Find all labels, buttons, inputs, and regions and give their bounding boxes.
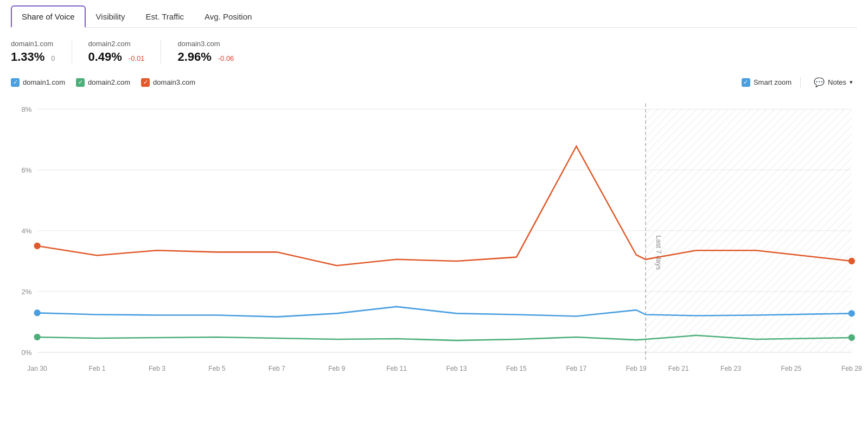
stat-domain1-label: domain1.com [11, 40, 55, 48]
x-label-feb1: Feb 1 [88, 365, 105, 372]
y-label-2: 2% [21, 288, 31, 296]
x-label-feb28: Feb 28 [841, 365, 862, 372]
y-label-0: 0% [21, 349, 31, 357]
legend-domain3[interactable]: ✓ domain3.com [141, 78, 195, 87]
x-label-feb17: Feb 17 [566, 365, 586, 372]
stat-domain3: domain3.com 2.96% -0.06 [177, 40, 250, 64]
x-label-feb5: Feb 5 [208, 365, 225, 372]
stat-domain2: domain2.com 0.49% -0.01 [88, 40, 162, 64]
x-label-feb3: Feb 3 [149, 365, 165, 372]
last-7-days-label: Last 7 days [655, 236, 662, 270]
tab-avg-position[interactable]: Avg. Position [194, 6, 262, 27]
domain2-end-dot [848, 334, 855, 341]
y-label-8: 8% [21, 105, 31, 113]
tab-share-of-voice[interactable]: Share of Voice [11, 5, 86, 28]
stat-domain1-value: 1.33% [11, 50, 44, 64]
legend-divider [800, 77, 801, 88]
notes-icon: 💬 [814, 77, 825, 87]
domain2-start-dot [34, 334, 41, 340]
stat-domain2-change: -0.01 [129, 54, 145, 62]
smart-zoom-control[interactable]: ✓ Smart zoom [742, 78, 792, 87]
legend-label-domain1: domain1.com [23, 78, 65, 86]
y-label-4: 4% [21, 227, 31, 235]
tab-est-traffic[interactable]: Est. Traffic [135, 6, 194, 27]
y-label-6: 6% [21, 166, 31, 174]
x-label-feb7: Feb 7 [269, 365, 285, 372]
legend-checkbox-domain2: ✓ [76, 78, 85, 87]
legend-checkbox-domain3: ✓ [141, 78, 150, 87]
legend-right: ✓ Smart zoom 💬 Notes ▾ [742, 75, 857, 90]
chart-area: 8% 6% 4% 2% 0% Last 7 days [11, 95, 857, 399]
stats-row: domain1.com 1.33% 0 domain2.com 0.49% -0… [11, 37, 857, 66]
line-chart: 8% 6% 4% 2% 0% Last 7 days [11, 95, 857, 399]
legend-label-domain2: domain2.com [88, 78, 130, 86]
smart-zoom-label: Smart zoom [754, 78, 792, 86]
notes-label: Notes [828, 78, 846, 86]
x-label-feb11: Feb 11 [386, 365, 407, 372]
domain3-end-dot [848, 258, 855, 264]
x-label-feb21: Feb 21 [668, 365, 689, 372]
domain3-start-dot [34, 243, 41, 249]
legend-checkbox-domain1: ✓ [11, 78, 20, 87]
notes-button[interactable]: 💬 Notes ▾ [809, 75, 857, 90]
smart-zoom-checkbox: ✓ [742, 78, 750, 87]
x-label-feb13: Feb 13 [446, 365, 467, 372]
x-label-feb9: Feb 9 [328, 365, 345, 372]
x-label-feb25: Feb 25 [781, 365, 802, 372]
legend-domain1[interactable]: ✓ domain1.com [11, 78, 65, 87]
x-label-feb19: Feb 19 [626, 365, 647, 372]
tab-bar: Share of Voice Visibility Est. Traffic A… [11, 5, 857, 28]
x-label-feb23: Feb 23 [720, 365, 741, 372]
stat-domain3-change: -0.06 [218, 54, 234, 62]
stat-domain1-change: 0 [51, 54, 55, 62]
stat-domain2-label: domain2.com [88, 40, 145, 48]
domain1-end-dot [848, 310, 855, 316]
main-container: Share of Voice Visibility Est. Traffic A… [0, 0, 868, 437]
stat-domain3-label: domain3.com [177, 40, 234, 48]
stat-domain3-value: 2.96% [177, 50, 211, 64]
legend-domain2[interactable]: ✓ domain2.com [76, 78, 130, 87]
legend-row: ✓ domain1.com ✓ domain2.com ✓ domain3.co… [11, 75, 857, 90]
notes-chevron-icon: ▾ [850, 79, 853, 86]
domain1-start-dot [34, 309, 41, 316]
tab-visibility[interactable]: Visibility [86, 6, 136, 27]
stat-domain2-value: 0.49% [88, 50, 122, 64]
x-label-feb15: Feb 15 [506, 365, 527, 372]
stat-domain1: domain1.com 1.33% 0 [11, 40, 72, 64]
legend-label-domain3: domain3.com [153, 78, 195, 86]
x-label-jan30: Jan 30 [27, 365, 47, 372]
